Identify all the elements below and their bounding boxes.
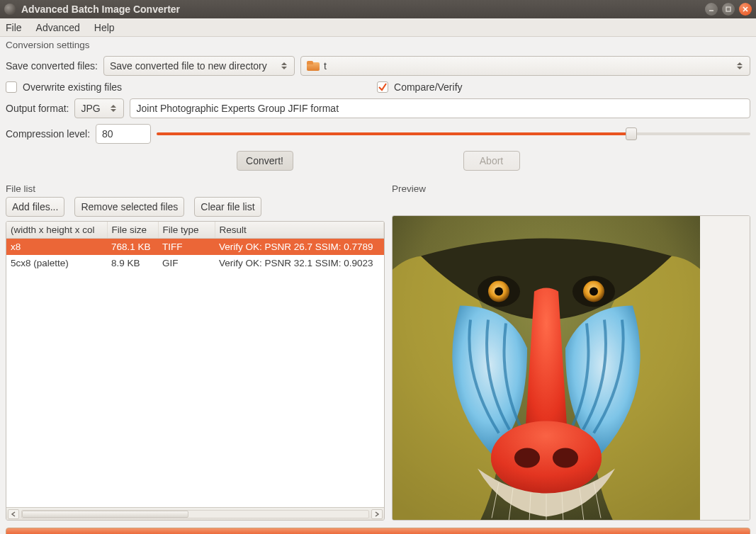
compression-input[interactable] xyxy=(96,124,151,144)
conversion-settings-title: Conversion settings xyxy=(0,37,756,50)
dropdown-spinner-icon xyxy=(735,62,744,69)
titlebar: Advanced Batch Image Converter xyxy=(0,0,756,18)
menu-file[interactable]: File xyxy=(6,22,22,33)
svg-point-20 xyxy=(495,288,503,296)
remove-selected-button[interactable]: Remove selected files xyxy=(74,197,184,217)
app-icon xyxy=(4,4,16,15)
output-format-description: Joint Photographic Experts Group JFIF fo… xyxy=(130,98,750,118)
col-file-type[interactable]: File type xyxy=(158,222,215,239)
compression-slider[interactable] xyxy=(157,124,750,144)
scrollbar-thumb[interactable] xyxy=(22,511,188,518)
conversion-settings: Save converted files: Save converted fil… xyxy=(0,56,756,181)
menu-help[interactable]: Help xyxy=(94,22,115,33)
save-converted-label: Save converted files: xyxy=(6,60,98,72)
folder-icon xyxy=(307,61,320,71)
svg-point-9 xyxy=(514,448,540,468)
dropdown-spinner-icon xyxy=(280,62,288,69)
preview-padding xyxy=(700,216,750,520)
compare-verify-checkbox[interactable]: Compare/Verify xyxy=(377,81,462,93)
preview-image xyxy=(393,216,700,520)
clear-list-button[interactable]: Clear file list xyxy=(194,197,261,217)
menu-advanced[interactable]: Advanced xyxy=(36,22,80,33)
preview-title: Preview xyxy=(392,181,750,194)
destination-folder-chooser[interactable]: t xyxy=(300,56,750,76)
window-title: Advanced Batch Image Converter xyxy=(21,4,705,15)
close-button[interactable] xyxy=(739,3,752,16)
slider-fill xyxy=(157,132,631,135)
svg-rect-1 xyxy=(726,7,730,11)
dropdown-spinner-icon xyxy=(109,105,118,112)
scroll-right-button[interactable] xyxy=(371,509,383,519)
compression-label: Compression level: xyxy=(6,128,90,140)
table-row[interactable]: x8768.1 KBTIFFVerify OK: PSNR 26.7 SSIM:… xyxy=(6,239,384,256)
file-list-pane: File list Add files... Remove selected f… xyxy=(6,181,385,521)
output-format-value: JPG xyxy=(81,103,100,114)
output-format-label: Output format: xyxy=(6,103,69,114)
col-result[interactable]: Result xyxy=(215,222,384,239)
table-row[interactable]: 5cx8 (palette)8.9 KBGIFVerify OK: PSNR 3… xyxy=(6,255,384,271)
save-mode-select[interactable]: Save converted file to new directory xyxy=(103,56,295,76)
minimize-button[interactable] xyxy=(705,3,718,16)
scroll-left-button[interactable] xyxy=(8,509,19,519)
svg-point-10 xyxy=(553,448,578,468)
save-mode-value: Save converted file to new directory xyxy=(110,60,267,72)
progress-bar xyxy=(6,528,750,534)
add-files-button[interactable]: Add files... xyxy=(6,197,64,217)
file-table[interactable]: (width x height x col File size File typ… xyxy=(6,222,384,271)
convert-button[interactable]: Convert! xyxy=(237,151,293,171)
slider-thumb[interactable] xyxy=(626,127,637,140)
abort-button: Abort xyxy=(463,151,520,171)
overwrite-label: Overwrite existing files xyxy=(23,81,122,93)
horizontal-scrollbar[interactable] xyxy=(6,507,384,520)
file-list-title: File list xyxy=(6,181,385,194)
col-dimensions[interactable]: (width x height x col xyxy=(6,222,107,239)
overwrite-checkbox[interactable]: Overwrite existing files xyxy=(6,81,122,93)
svg-point-8 xyxy=(491,421,602,495)
col-file-size[interactable]: File size xyxy=(107,222,158,239)
output-format-select[interactable]: JPG xyxy=(74,98,124,118)
menubar: File Advanced Help xyxy=(0,18,756,37)
maximize-button[interactable] xyxy=(722,3,735,16)
svg-point-23 xyxy=(589,288,598,296)
preview-pane: Preview xyxy=(392,181,750,521)
compare-verify-label: Compare/Verify xyxy=(394,81,462,93)
destination-folder-value: t xyxy=(324,60,327,72)
